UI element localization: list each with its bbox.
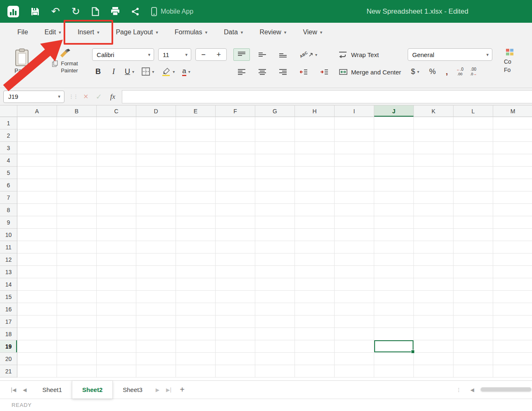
column-header-m[interactable]: M	[493, 105, 532, 117]
print-button[interactable]	[111, 7, 120, 16]
underline-button[interactable]: U ▾	[123, 66, 136, 77]
cell-G9[interactable]	[255, 216, 295, 229]
cell-B5[interactable]	[57, 167, 97, 179]
cell-J8[interactable]	[374, 204, 414, 216]
cell-D12[interactable]	[136, 253, 176, 266]
align-right-button[interactable]	[275, 66, 291, 78]
cell-K9[interactable]	[414, 216, 454, 229]
menu-item-data[interactable]: Data▾	[216, 23, 251, 42]
cell-K16[interactable]	[414, 303, 454, 315]
cell-L14[interactable]	[454, 278, 493, 291]
cell-J3[interactable]	[374, 142, 414, 154]
cell-E18[interactable]	[176, 328, 216, 340]
cell-D1[interactable]	[136, 117, 176, 129]
cell-B15[interactable]	[57, 291, 97, 303]
cell-H5[interactable]	[295, 167, 335, 179]
cell-I12[interactable]	[335, 253, 374, 266]
horizontal-scrollbar[interactable]	[480, 387, 532, 392]
cell-K14[interactable]	[414, 278, 454, 291]
decrease-decimal-button[interactable]: .00 .0→	[470, 67, 477, 76]
cell-F13[interactable]	[216, 266, 255, 278]
menu-item-file[interactable]: File	[9, 23, 36, 42]
cell-K2[interactable]	[414, 129, 454, 142]
cell-G8[interactable]	[255, 204, 295, 216]
cell-C8[interactable]	[97, 204, 136, 216]
cell-F4[interactable]	[216, 154, 255, 167]
cell-B3[interactable]	[57, 142, 97, 154]
cell-G5[interactable]	[255, 167, 295, 179]
row-header-19[interactable]: 19	[0, 340, 17, 353]
cell-L5[interactable]	[454, 167, 493, 179]
cell-B21[interactable]	[57, 365, 97, 378]
cell-J12[interactable]	[374, 253, 414, 266]
cell-C14[interactable]	[97, 278, 136, 291]
cell-D4[interactable]	[136, 154, 176, 167]
cell-I1[interactable]	[335, 117, 374, 129]
cell-E14[interactable]	[176, 278, 216, 291]
cell-D7[interactable]	[136, 191, 176, 204]
cell-E7[interactable]	[176, 191, 216, 204]
cell-G10[interactable]	[255, 229, 295, 241]
row-header-5[interactable]: 5	[0, 167, 17, 179]
conditional-formatting-button[interactable]: Co Fo	[499, 48, 532, 74]
cell-E20[interactable]	[176, 353, 216, 365]
cell-M17[interactable]	[493, 315, 532, 328]
cell-H6[interactable]	[295, 179, 335, 191]
cell-L20[interactable]	[454, 353, 493, 365]
cell-H21[interactable]	[295, 365, 335, 378]
cell-J2[interactable]	[374, 129, 414, 142]
cell-G14[interactable]	[255, 278, 295, 291]
cell-G4[interactable]	[255, 154, 295, 167]
align-center-button[interactable]	[254, 66, 271, 78]
row-header-16[interactable]: 16	[0, 303, 17, 315]
menu-item-view[interactable]: View▾	[294, 23, 330, 42]
cell-C4[interactable]	[97, 154, 136, 167]
cell-C1[interactable]	[97, 117, 136, 129]
cell-G20[interactable]	[255, 353, 295, 365]
italic-button[interactable]: I	[108, 66, 119, 77]
cell-A21[interactable]	[17, 365, 57, 378]
menu-item-insert[interactable]: Insert▾	[69, 23, 108, 42]
undo-button[interactable]: ↶	[51, 6, 60, 17]
select-all-corner[interactable]	[0, 105, 17, 117]
first-sheet-button[interactable]: |◀	[7, 387, 19, 393]
cell-M8[interactable]	[493, 204, 532, 216]
cell-C19[interactable]	[97, 340, 136, 353]
cell-A8[interactable]	[17, 204, 57, 216]
row-header-2[interactable]: 2	[0, 129, 17, 142]
last-sheet-button[interactable]: ▶|	[163, 387, 175, 393]
merge-center-button[interactable]: Merge and Center	[339, 66, 401, 78]
format-painter-button[interactable]: Format Painter	[45, 48, 86, 74]
cell-I19[interactable]	[335, 340, 374, 353]
row-header-10[interactable]: 10	[0, 229, 17, 241]
cell-I3[interactable]	[335, 142, 374, 154]
align-bottom-button[interactable]	[275, 48, 291, 61]
cell-F20[interactable]	[216, 353, 255, 365]
cell-H7[interactable]	[295, 191, 335, 204]
cell-C17[interactable]	[97, 315, 136, 328]
cell-D6[interactable]	[136, 179, 176, 191]
cell-L21[interactable]	[454, 365, 493, 378]
cell-L1[interactable]	[454, 117, 493, 129]
cell-K21[interactable]	[414, 365, 454, 378]
cell-F21[interactable]	[216, 365, 255, 378]
cell-K18[interactable]	[414, 328, 454, 340]
cell-M14[interactable]	[493, 278, 532, 291]
cancel-button[interactable]: ×	[82, 92, 90, 101]
cell-K17[interactable]	[414, 315, 454, 328]
cell-G13[interactable]	[255, 266, 295, 278]
cell-M12[interactable]	[493, 253, 532, 266]
cell-B11[interactable]	[57, 241, 97, 253]
cell-A7[interactable]	[17, 191, 57, 204]
cell-I2[interactable]	[335, 129, 374, 142]
cell-B16[interactable]	[57, 303, 97, 315]
more-options-icon[interactable]: ⋮	[453, 387, 465, 393]
cell-D5[interactable]	[136, 167, 176, 179]
cell-I20[interactable]	[335, 353, 374, 365]
cell-C9[interactable]	[97, 216, 136, 229]
cell-I15[interactable]	[335, 291, 374, 303]
cell-E19[interactable]	[176, 340, 216, 353]
cell-L13[interactable]	[454, 266, 493, 278]
cell-F14[interactable]	[216, 278, 255, 291]
menu-item-page-layout[interactable]: Page Layout▾	[107, 23, 166, 42]
